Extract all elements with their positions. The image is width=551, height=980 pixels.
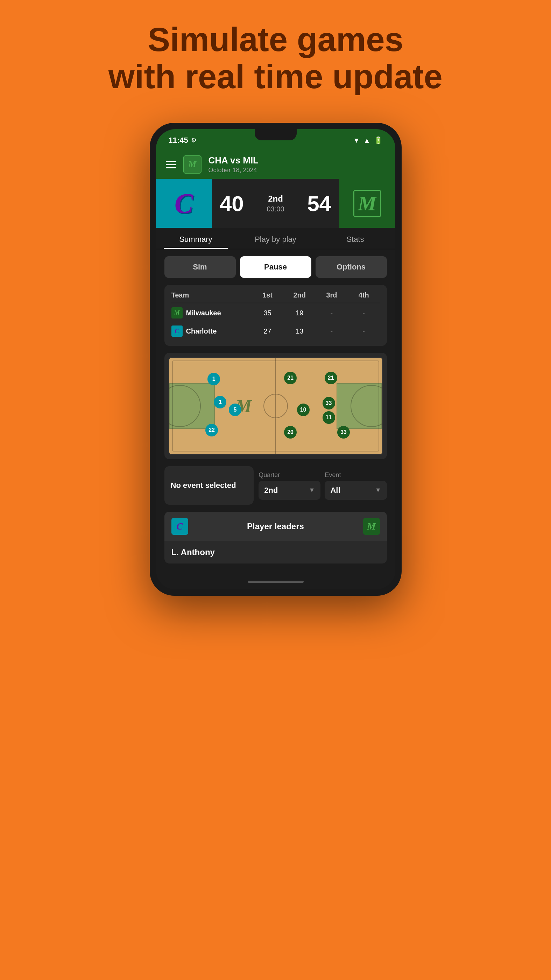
player-dot: 33 (322, 397, 335, 409)
event-dropdown[interactable]: All ▼ (325, 481, 387, 500)
milwaukee-icon: M (171, 307, 183, 318)
charlotte-icon: C (171, 326, 183, 337)
mil-q2: 19 (283, 309, 316, 317)
match-info: CHA vs MIL October 18, 2024 (208, 155, 259, 174)
event-filter-section: No event selected Quarter 2nd ▼ (164, 466, 387, 505)
phone-frame: 11:45 ⚙ ▼ ▲ 🔋 M (150, 123, 402, 596)
cha-q3: - (316, 327, 348, 335)
right-score: 54 (300, 191, 339, 216)
cha-q2: 13 (283, 327, 316, 335)
tab-play-by-play[interactable]: Play by play (236, 228, 316, 249)
score-table: Team 1st 2nd 3rd 4th M Milwaukee (164, 285, 387, 346)
sim-button[interactable]: Sim (164, 256, 236, 278)
page-title: Simulate games with real time update (108, 21, 443, 95)
charlotte-logo: C (175, 188, 193, 220)
table-row: M Milwaukee 35 19 - - (171, 303, 380, 323)
court-container: M 1 1 5 22 21 21 10 33 11 20 (164, 353, 387, 459)
status-time: 11:45 (168, 136, 188, 145)
mil-q1: 35 (251, 309, 284, 317)
col-3rd-label: 3rd (316, 291, 348, 299)
signal-icon: ▲ (364, 137, 370, 145)
tab-summary[interactable]: Summary (156, 228, 236, 249)
event-label: Event (325, 471, 387, 479)
mil-q4: - (348, 309, 380, 317)
home-indicator (156, 574, 395, 589)
player-dot: 21 (325, 372, 337, 384)
team-left: C (156, 179, 212, 228)
event-dropdown-arrow: ▼ (375, 487, 381, 494)
tabs-bar: Summary Play by play Stats (156, 228, 395, 249)
player-dot: 11 (322, 411, 335, 424)
quarter-value: 2nd (264, 486, 278, 495)
title-line2: with real time update (108, 58, 443, 95)
filter-controls: Quarter 2nd ▼ Event All (259, 466, 387, 505)
charlotte-name: Charlotte (186, 327, 217, 335)
match-title: CHA vs MIL (208, 155, 259, 166)
milwaukee-logo: M (353, 190, 381, 217)
player-name: L. Anthony (164, 541, 387, 563)
table-row: C Charlotte 27 13 - - (171, 323, 380, 339)
score-middle: 2nd 03:00 (251, 194, 300, 213)
score-section: C 40 2nd 03:00 54 M (156, 179, 395, 228)
quarter-dropdown-arrow: ▼ (309, 487, 315, 494)
player-leaders-section: C Player leaders M L. Anthony (164, 512, 387, 563)
player-dot: 20 (284, 426, 297, 439)
app-header: M CHA vs MIL October 18, 2024 (156, 150, 395, 179)
no-event-box: No event selected (164, 466, 254, 505)
content-area: Sim Pause Options Team 1st 2nd 3rd 4th (156, 249, 395, 574)
options-button[interactable]: Options (316, 256, 387, 278)
button-row: Sim Pause Options (164, 256, 387, 278)
cha-q1: 27 (251, 327, 284, 335)
score-time: 03:00 (251, 205, 300, 213)
quarter-dropdown[interactable]: 2nd ▼ (259, 481, 321, 500)
no-event-text: No event selected (171, 480, 236, 491)
team-right: M (339, 179, 395, 228)
gear-icon: ⚙ (191, 137, 197, 144)
col-team-label: Team (171, 291, 251, 299)
milwaukee-name: Milwaukee (186, 309, 221, 317)
phone-wrapper: 11:45 ⚙ ▼ ▲ 🔋 M (150, 123, 402, 596)
score-quarter: 2nd (251, 194, 300, 204)
player-dot: 5 (229, 404, 241, 416)
event-value: All (330, 486, 340, 495)
wifi-icon: ▼ (353, 137, 360, 145)
player-dot: 10 (297, 404, 310, 416)
battery-icon: 🔋 (374, 136, 383, 145)
header-team-logo: M (183, 155, 202, 173)
mil-q3: - (316, 309, 348, 317)
cha-q4: - (348, 327, 380, 335)
quarter-label: Quarter (259, 471, 321, 479)
player-dot: 33 (337, 426, 350, 439)
score-center: 40 2nd 03:00 54 (212, 179, 339, 228)
leaders-header: C Player leaders M (164, 512, 387, 541)
title-line1: Simulate games (108, 21, 443, 58)
leaders-title: Player leaders (188, 522, 363, 531)
score-table-header: Team 1st 2nd 3rd 4th (171, 291, 380, 303)
tab-stats[interactable]: Stats (316, 228, 395, 249)
home-bar (248, 581, 304, 583)
phone-screen: 11:45 ⚙ ▼ ▲ 🔋 M (156, 129, 395, 589)
player-dot: 1 (208, 373, 220, 385)
event-filter: Event All ▼ (325, 471, 387, 500)
quarter-filter: Quarter 2nd ▼ (259, 471, 321, 500)
pause-button[interactable]: Pause (240, 256, 311, 278)
player-dot: 22 (205, 424, 218, 436)
left-score: 40 (212, 191, 252, 216)
match-date: October 18, 2024 (208, 167, 259, 174)
leaders-charlotte-logo: C (171, 518, 188, 535)
col-2nd-label: 2nd (283, 291, 316, 299)
player-dot: 21 (284, 372, 297, 384)
hamburger-menu[interactable] (166, 161, 176, 169)
leaders-milwaukee-logo: M (363, 518, 380, 535)
col-1st-label: 1st (251, 291, 284, 299)
col-4th-label: 4th (348, 291, 380, 299)
court: M 1 1 5 22 21 21 10 33 11 20 (168, 357, 383, 455)
player-dot: 1 (214, 396, 226, 409)
